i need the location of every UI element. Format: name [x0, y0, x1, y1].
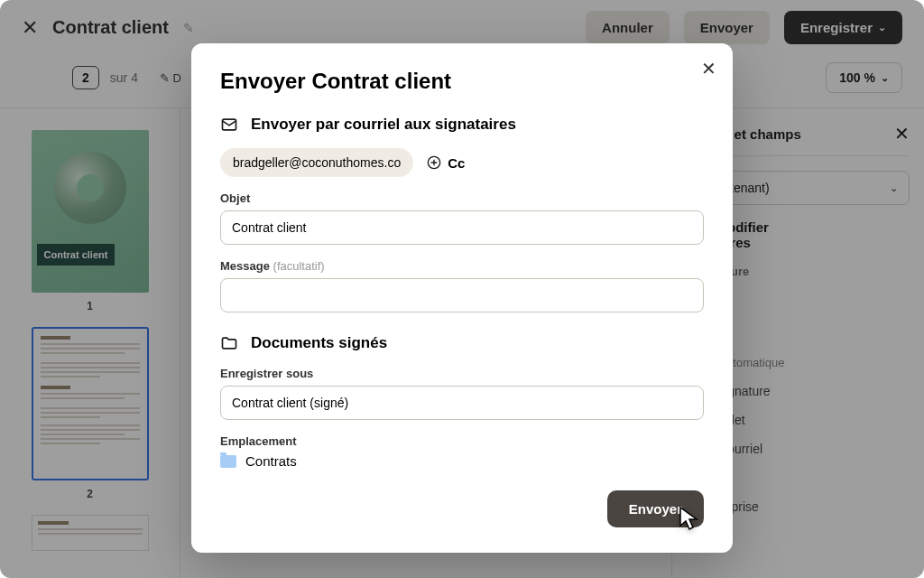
modal-overlay: ✕ Envoyer Contrat client Envoyer par cou…: [0, 0, 924, 578]
message-input[interactable]: [220, 278, 704, 312]
subject-input[interactable]: [220, 210, 704, 245]
location-label: Emplacement: [220, 434, 704, 448]
message-label: Message (facultatif): [220, 259, 704, 273]
folder-icon: [220, 455, 236, 468]
modal-title: Envoyer Contrat client: [220, 69, 704, 94]
section-email-label: Envoyer par courriel aux signataires: [251, 116, 516, 134]
add-cc-button[interactable]: Cc: [426, 154, 465, 171]
mail-icon: [220, 116, 238, 134]
section-docs-label: Documents signés: [251, 334, 387, 352]
folder-icon: [220, 334, 238, 352]
location-folder[interactable]: Contrats: [220, 453, 704, 469]
saveas-label: Enregistrer sous: [220, 367, 704, 380]
close-icon[interactable]: ✕: [701, 58, 716, 79]
saveas-input[interactable]: [220, 386, 704, 420]
subject-label: Objet: [220, 191, 704, 205]
email-chip[interactable]: bradgeller@coconuthomes.co: [220, 148, 413, 177]
plus-icon: [426, 154, 442, 171]
send-button[interactable]: Envoyer: [607, 490, 704, 527]
send-modal: ✕ Envoyer Contrat client Envoyer par cou…: [191, 43, 733, 553]
